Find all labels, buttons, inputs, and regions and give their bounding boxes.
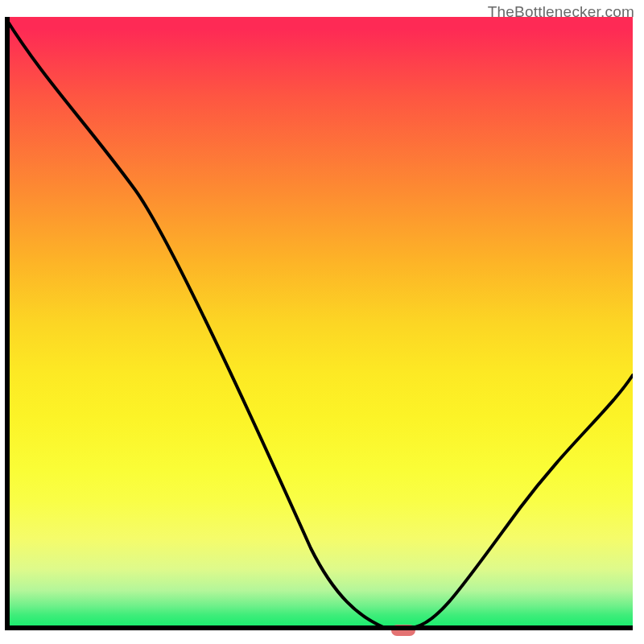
bottleneck-curve-path [5, 17, 633, 627]
plot-area [5, 17, 633, 630]
curve-svg [5, 17, 633, 630]
x-axis [5, 625, 633, 630]
bottleneck-chart: TheBottlenecker.com [0, 0, 644, 644]
y-axis [5, 17, 10, 630]
